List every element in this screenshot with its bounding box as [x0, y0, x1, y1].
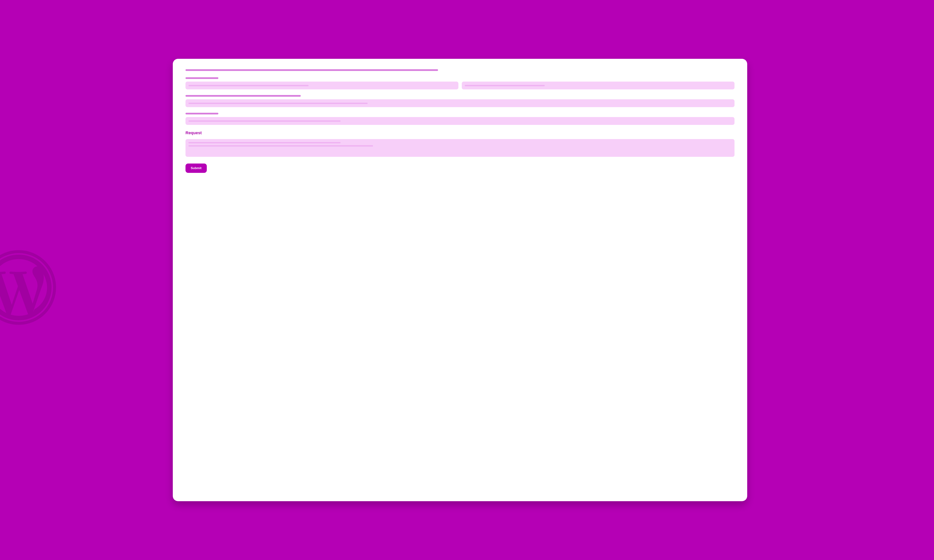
- form-title-placeholder: [185, 69, 438, 71]
- request-label: Request: [185, 131, 735, 135]
- input-placeholder: [465, 85, 545, 86]
- email-input[interactable]: [185, 99, 735, 107]
- textarea-line-placeholder: [188, 145, 373, 146]
- input-placeholder: [188, 120, 341, 122]
- submit-button[interactable]: Submit: [185, 163, 207, 173]
- request-textarea[interactable]: [185, 139, 735, 157]
- subject-input[interactable]: [185, 117, 735, 125]
- first-name-input[interactable]: [185, 82, 458, 89]
- name-label-placeholder: [185, 77, 218, 79]
- input-placeholder: [188, 85, 308, 86]
- input-placeholder: [188, 103, 368, 104]
- wordpress-logo-icon: [0, 250, 56, 325]
- subject-label-placeholder: [185, 113, 218, 114]
- textarea-line-placeholder: [188, 142, 341, 143]
- form-card: Request Submit: [173, 59, 747, 501]
- last-name-input[interactable]: [462, 82, 735, 89]
- email-label-placeholder: [185, 95, 301, 97]
